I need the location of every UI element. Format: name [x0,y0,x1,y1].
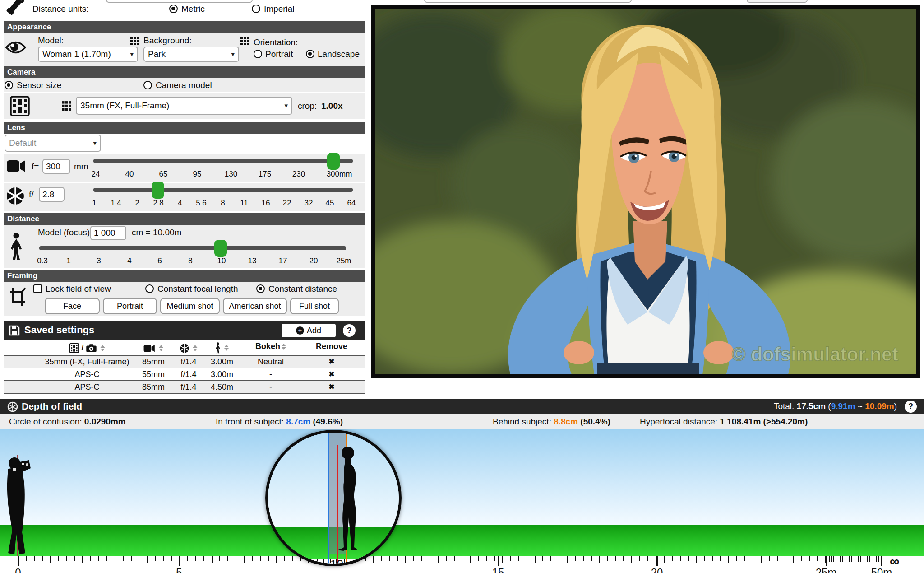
column-focal[interactable] [143,342,163,354]
coc-item: Circle of confusion: 0.0290mm [9,417,126,427]
column-distance[interactable] [215,341,229,354]
column-sensor[interactable]: / [69,342,105,354]
ruler-meter-ticks [18,556,827,563]
sort-icon[interactable] [224,345,229,351]
sort-icon[interactable] [101,345,105,351]
eye-icon [5,40,26,55]
aperture-slider-handle[interactable] [152,182,164,199]
sensor-size-radio[interactable] [5,81,13,89]
add-button-label: Add [307,326,321,335]
dof-info-row: Circle of confusion: 0.0290mm In front o… [0,414,924,429]
ruler-major-tick [498,556,499,566]
tick-label: 2 [135,199,139,208]
focal-slider-track[interactable] [93,159,353,163]
distance-slider-track[interactable] [39,246,346,250]
cutoff-button-right[interactable] [747,0,808,3]
framing-button-full-shot[interactable]: Full shot [290,298,339,314]
column-aperture[interactable] [180,342,197,354]
model-select-value: Woman 1 (1.70m) [42,49,111,59]
background-grid-icon[interactable] [240,36,249,45]
behind-pct: (50.4%) [580,417,610,426]
metric-radio[interactable] [169,5,178,13]
framing-button-face[interactable]: Face [45,298,100,314]
saved-help-icon[interactable]: ? [343,324,356,337]
constant-distance-label[interactable]: Constant distance [268,284,337,294]
imperial-radio[interactable] [252,5,260,13]
cell-aperture: f/1.4 [180,381,196,393]
focal-input[interactable] [42,159,70,174]
tick-label: 130 [225,170,237,179]
background-label: Background: [143,36,192,46]
chevron-down-icon: ▾ [130,50,134,58]
ruler-label: 20 [651,566,663,573]
cell-focal: 85mm [142,381,165,393]
total-value: 17.5cm [797,401,826,411]
tick-label: 32 [305,199,313,208]
focus-magnifier[interactable]: 10 15 [265,430,402,566]
behind-item: Behind subject: 8.8cm (50.4%) [493,417,610,427]
background-select[interactable]: Park ▾ [143,47,239,62]
tick-label: 25m [336,256,351,266]
sensor-grid-icon[interactable] [61,101,71,111]
appearance-header: Appearance [4,21,365,33]
cell-aperture: f/1.4 [180,356,196,368]
remove-icon[interactable]: ✖ [328,381,334,393]
aperture-slider-track[interactable] [93,188,353,192]
lock-fov-label[interactable]: Lock field of view [46,284,111,294]
distance-slider-handle[interactable] [214,240,227,257]
constant-focal-label[interactable]: Constant focal length [157,284,238,294]
lock-fov-checkbox[interactable] [33,284,42,293]
sort-icon[interactable] [193,345,198,351]
focal-slider-handle[interactable] [327,153,340,170]
metric-label[interactable]: Metric [181,4,205,14]
tick-label: 6 [157,256,162,266]
sensor-select[interactable]: 35mm (FX, Full-Frame) ▾ [76,97,292,115]
focus-label: Model (focus): [38,228,92,238]
column-bokeh[interactable]: Bokeh [255,340,286,352]
saved-row[interactable]: APS-C 85mm f/1.4 4.50m - ✖ [4,381,365,394]
framing-button-medium-shot[interactable]: Medium shot [160,298,220,314]
tick-label: 1 [92,199,96,208]
sort-icon[interactable] [159,345,163,351]
distance-header: Distance [4,213,365,225]
chevron-down-icon: ▾ [284,102,288,110]
sensor-size-label[interactable]: Sensor size [17,80,61,90]
aperture-input[interactable] [39,187,65,202]
wrench-icon[interactable] [4,0,27,17]
dof-visualization[interactable]: 0 5 15 20 25m 50m ∞ [0,429,924,573]
film-icon [69,343,79,353]
saved-settings-title: Saved settings [24,324,94,336]
camera-model-radio[interactable] [143,81,152,89]
landscape-label[interactable]: Landscape [318,49,360,59]
model-select[interactable]: Woman 1 (1.70m) ▾ [38,47,138,62]
saved-row[interactable]: APS-C 55mm f/1.4 3.00m - ✖ [4,368,365,381]
constant-focal-radio[interactable] [145,284,154,293]
tick-label: 175 [259,170,271,179]
imperial-label[interactable]: Imperial [264,4,295,14]
remove-icon[interactable]: ✖ [328,368,334,380]
portrait-label[interactable]: Portrait [265,49,293,59]
tick-label: 4 [178,199,182,208]
cutoff-input-center[interactable] [424,0,632,3]
landscape-radio[interactable] [306,50,314,58]
framing-button-american-shot[interactable]: American shot [223,298,287,314]
tick-label: 95 [193,170,202,179]
portrait-radio[interactable] [254,50,262,58]
distance-units-label: Distance units: [32,4,89,14]
lens-preset-select[interactable]: Default ▾ [5,135,101,152]
framing-button-portrait[interactable]: Portrait [103,298,157,314]
focus-input[interactable] [90,226,126,240]
cutoff-dropdown-left[interactable] [106,0,253,3]
ruler-label: 5 [176,566,182,573]
near-limit: 9.91m [831,401,855,411]
camera-model-label[interactable]: Camera model [156,80,212,90]
saved-row[interactable]: 35mm (FX, Full-Frame) 85mm f/1.4 3.00m N… [4,356,365,368]
add-button[interactable]: + Add [282,324,336,337]
remove-icon[interactable]: ✖ [328,356,334,368]
model-grid-icon[interactable] [130,36,139,45]
constant-distance-radio[interactable] [256,284,265,293]
sort-icon[interactable] [282,344,286,350]
dof-help-icon[interactable]: ? [905,401,917,413]
front-item: In front of subject: 8.7cm (49.6%) [216,417,343,427]
tick-label: 1 [66,256,70,266]
